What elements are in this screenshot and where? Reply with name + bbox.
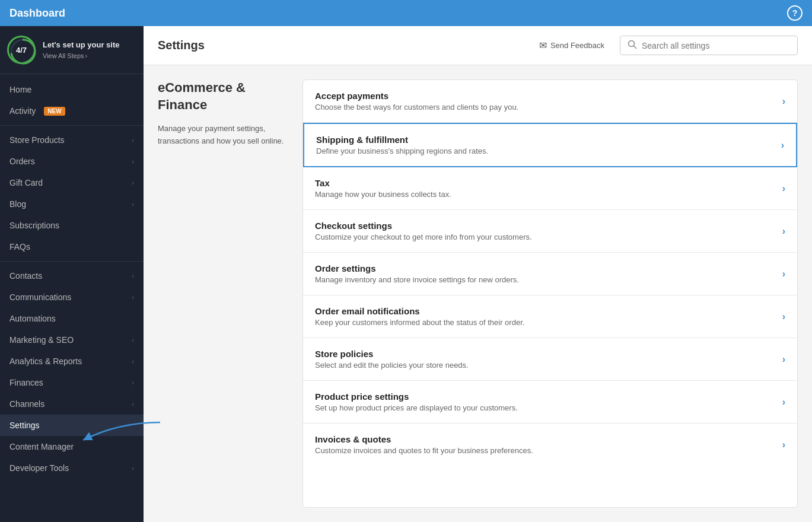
sidebar-item-label: Subscriptions bbox=[9, 221, 59, 230]
sidebar-item-finances[interactable]: Finances › bbox=[0, 372, 144, 393]
sidebar-item-contacts[interactable]: Contacts › bbox=[0, 265, 144, 287]
sidebar: 4/7 Let's set up your site View All Step… bbox=[0, 26, 144, 522]
page-title: Settings bbox=[158, 39, 205, 52]
ecommerce-title: eCommerce & Finance bbox=[158, 79, 288, 113]
sidebar-item-label: Channels bbox=[9, 399, 44, 409]
sidebar-item-activity[interactable]: Activity NEW bbox=[0, 100, 144, 122]
sidebar-item-orders[interactable]: Orders › bbox=[0, 151, 144, 172]
nav-divider bbox=[0, 261, 144, 262]
nav-divider bbox=[0, 125, 144, 126]
search-box bbox=[620, 36, 798, 55]
sidebar-item-subscriptions[interactable]: Subscriptions bbox=[0, 215, 144, 236]
chevron-right-icon: › bbox=[132, 136, 134, 144]
sidebar-item-label: Orders bbox=[9, 157, 35, 166]
sidebar-item-label: Marketing & SEO bbox=[9, 335, 74, 345]
settings-item-accept-payments[interactable]: Accept payments Choose the best ways for… bbox=[303, 80, 797, 123]
header-right: ✉ Send Feedback bbox=[533, 36, 798, 55]
sidebar-item-gift-card[interactable]: Gift Card › bbox=[0, 172, 144, 193]
sidebar-item-label: Gift Card bbox=[9, 178, 43, 187]
help-button[interactable]: ? bbox=[787, 5, 803, 21]
chevron-right-icon: › bbox=[782, 311, 785, 322]
settings-item-order-email-notifications[interactable]: Order email notifications Keep your cust… bbox=[303, 295, 797, 338]
settings-item-title: Accept payments bbox=[315, 91, 775, 101]
search-icon bbox=[628, 40, 637, 51]
settings-item-description: Select and edit the policies your store … bbox=[315, 361, 775, 370]
chevron-right-icon: › bbox=[782, 397, 785, 408]
settings-item-title: Invoices & quotes bbox=[315, 434, 775, 444]
sidebar-item-blog[interactable]: Blog › bbox=[0, 193, 144, 215]
settings-item-title: Order email notifications bbox=[315, 306, 775, 316]
settings-item-title: Product price settings bbox=[315, 392, 775, 402]
sidebar-item-label: Settings bbox=[9, 421, 40, 430]
sidebar-item-settings[interactable]: Settings bbox=[0, 415, 144, 436]
chevron-right-icon: › bbox=[782, 96, 785, 107]
top-header: Dashboard ? bbox=[0, 0, 812, 26]
settings-item-store-policies[interactable]: Store policies Select and edit the polic… bbox=[303, 338, 797, 381]
chevron-right-icon: › bbox=[132, 464, 134, 472]
sidebar-item-developer-tools[interactable]: Developer Tools › bbox=[0, 457, 144, 479]
sidebar-item-faqs[interactable]: FAQs bbox=[0, 236, 144, 257]
sidebar-item-label: Contacts bbox=[9, 271, 42, 281]
sidebar-item-label: Store Products bbox=[9, 135, 65, 145]
settings-item-shipping-fulfillment[interactable]: Shipping & fulfillment Define your busin… bbox=[303, 123, 797, 167]
sidebar-item-label: Home bbox=[9, 85, 31, 94]
chevron-right-icon: › bbox=[782, 354, 785, 365]
settings-item-description: Manage how your business collects tax. bbox=[315, 190, 775, 199]
settings-item-description: Set up how product prices are displayed … bbox=[315, 403, 775, 412]
chevron-right-icon: › bbox=[782, 269, 785, 279]
settings-item-title: Store policies bbox=[315, 349, 775, 359]
sidebar-item-store-products[interactable]: Store Products › bbox=[0, 129, 144, 151]
settings-item-description: Manage inventory and store invoice setti… bbox=[315, 275, 775, 284]
profile-progress-circle: 4/7 bbox=[7, 36, 36, 64]
sidebar-item-marketing-seo[interactable]: Marketing & SEO › bbox=[0, 329, 144, 351]
feedback-mail-icon: ✉ bbox=[539, 40, 547, 51]
sidebar-item-label: FAQs bbox=[9, 242, 30, 252]
view-all-steps-link[interactable]: View All Steps › bbox=[43, 52, 136, 59]
sidebar-profile: 4/7 Let's set up your site View All Step… bbox=[0, 26, 144, 74]
sidebar-item-home[interactable]: Home bbox=[0, 79, 144, 100]
settings-item-description: Customize your checkout to get more info… bbox=[315, 233, 775, 241]
search-input[interactable] bbox=[642, 41, 790, 50]
ecommerce-description: Manage your payment settings, transactio… bbox=[158, 123, 288, 148]
sidebar-item-label: Automations bbox=[9, 314, 56, 323]
content-area: Settings ✉ Send Feedback bbox=[144, 26, 812, 522]
settings-item-description: Keep your customers informed about the s… bbox=[315, 318, 775, 327]
chevron-right-icon: › bbox=[132, 400, 134, 408]
chevron-right-icon: › bbox=[132, 272, 134, 279]
settings-item-invoices-quotes[interactable]: Invoices & quotes Customize invoices and… bbox=[303, 424, 797, 466]
settings-item-checkout-settings[interactable]: Checkout settings Customize your checkou… bbox=[303, 210, 797, 253]
sidebar-item-label: Finances bbox=[9, 378, 43, 387]
send-feedback-button[interactable]: ✉ Send Feedback bbox=[533, 36, 610, 55]
settings-left-panel: eCommerce & Finance Manage your payment … bbox=[158, 79, 288, 508]
search-icon-svg bbox=[628, 40, 637, 49]
chevron-right-icon: › bbox=[132, 294, 134, 301]
settings-item-product-price-settings[interactable]: Product price settings Set up how produc… bbox=[303, 381, 797, 424]
sidebar-nav: Home Activity NEW Store Products › Order… bbox=[0, 74, 144, 483]
sidebar-item-analytics-reports[interactable]: Analytics & Reports › bbox=[0, 351, 144, 372]
settings-item-order-settings[interactable]: Order settings Manage inventory and stor… bbox=[303, 253, 797, 295]
sidebar-item-communications[interactable]: Communications › bbox=[0, 287, 144, 308]
dashboard-title: Dashboard bbox=[9, 7, 65, 20]
step-indicator: 4/7 bbox=[16, 46, 27, 55]
settings-body: eCommerce & Finance Manage your payment … bbox=[144, 65, 812, 522]
settings-header: Settings ✉ Send Feedback bbox=[144, 26, 812, 65]
chevron-right-icon: › bbox=[132, 358, 134, 365]
sidebar-item-label: Analytics & Reports bbox=[9, 357, 82, 366]
sidebar-item-label: Activity bbox=[9, 106, 36, 116]
sidebar-item-label: Content Manager bbox=[9, 442, 74, 451]
chevron-right-icon: › bbox=[781, 140, 784, 151]
chevron-right-icon: › bbox=[132, 158, 134, 165]
sidebar-item-channels[interactable]: Channels › bbox=[0, 393, 144, 415]
sidebar-item-automations[interactable]: Automations bbox=[0, 308, 144, 329]
sidebar-item-label: Developer Tools bbox=[9, 463, 69, 473]
sidebar-item-content-manager[interactable]: Content Manager bbox=[0, 436, 144, 457]
chevron-right-icon: › bbox=[132, 336, 134, 343]
sidebar-item-label: Communications bbox=[9, 292, 71, 302]
settings-item-title: Tax bbox=[315, 178, 775, 188]
settings-item-title: Shipping & fulfillment bbox=[316, 135, 774, 145]
settings-item-description: Choose the best ways for customers and c… bbox=[315, 103, 775, 112]
chevron-right-icon: › bbox=[132, 200, 134, 208]
chevron-right-icon: › bbox=[782, 183, 785, 194]
new-badge: NEW bbox=[44, 107, 65, 116]
settings-item-tax[interactable]: Tax Manage how your business collects ta… bbox=[303, 167, 797, 210]
